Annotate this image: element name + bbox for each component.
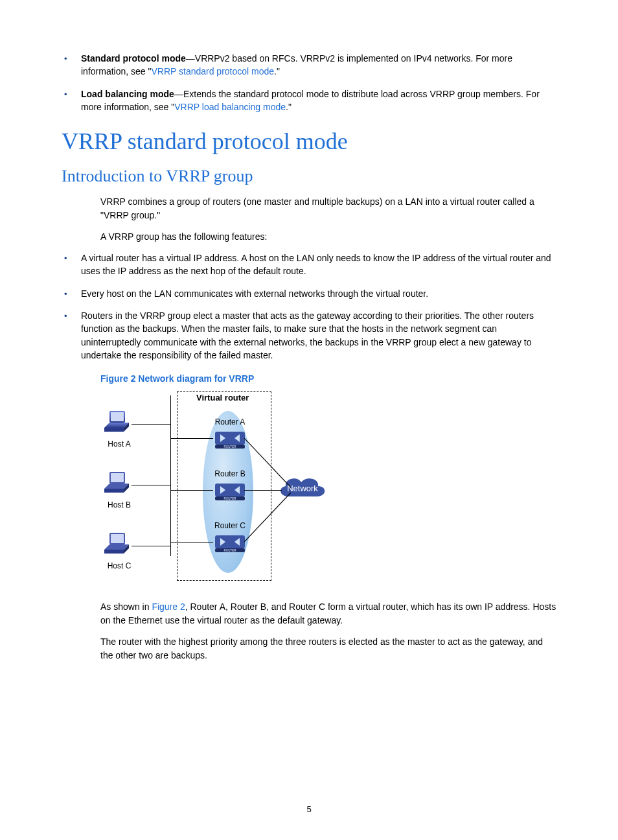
computer-icon <box>104 410 134 436</box>
diagram-line <box>132 485 170 485</box>
diagram-line <box>170 395 171 556</box>
intro-paragraph: VRRP combines a group of routers (one ma… <box>100 195 556 222</box>
router-a: Router A ROUTER <box>212 417 248 452</box>
diagram-line <box>244 490 291 543</box>
top-bullet-list: Standard protocol mode—VRRPv2 based on R… <box>62 52 556 113</box>
link-figure-2[interactable]: Figure 2 <box>152 601 185 612</box>
router-icon: ROUTER <box>214 428 246 450</box>
host-label: Host A <box>103 439 135 449</box>
bullet-text-tail: ." <box>286 102 292 112</box>
svg-rect-2 <box>104 428 124 432</box>
list-item: Load balancing mode—Extends the standard… <box>62 88 556 114</box>
figure-network-diagram: Virtual router Host A Host B <box>100 388 340 589</box>
host-c: Host C <box>103 531 135 570</box>
figure-caption: Figure 2 Network diagram for VRRP <box>100 373 556 384</box>
virtual-router-label: Virtual router <box>196 393 249 402</box>
svg-rect-5 <box>104 489 124 493</box>
host-b: Host B <box>103 471 135 509</box>
svg-line-19 <box>244 493 291 542</box>
computer-icon <box>104 531 134 557</box>
bullet-bold-lead: Load balancing mode <box>81 89 174 99</box>
svg-text:ROUTER: ROUTER <box>224 549 237 552</box>
host-label: Host C <box>103 561 135 570</box>
router-label: Router C <box>212 521 248 530</box>
list-item: Every host on the LAN communicates with … <box>62 287 556 300</box>
diagram-line <box>170 438 213 439</box>
page-number: 5 <box>0 804 618 814</box>
router-icon: ROUTER <box>214 531 246 554</box>
diagram-line <box>170 542 213 542</box>
diagram-line <box>244 438 291 491</box>
svg-rect-7 <box>111 534 124 543</box>
plain-text: As shown in <box>100 601 152 612</box>
router-c: Router C ROUTER <box>212 521 248 556</box>
features-lead: A VRRP group has the following features: <box>100 230 556 244</box>
diagram-line <box>132 424 170 425</box>
host-a: Host A <box>103 410 135 449</box>
router-icon: ROUTER <box>214 480 246 502</box>
after-figure-para-1: As shown in Figure 2, Router A, Router B… <box>100 600 556 627</box>
svg-rect-15 <box>215 535 245 548</box>
svg-rect-12 <box>215 484 245 496</box>
list-item: Routers in the VRRP group elect a master… <box>62 309 556 362</box>
feature-text: A virtual router has a virtual IP addres… <box>81 253 551 276</box>
svg-rect-1 <box>111 412 124 421</box>
diagram-line <box>132 546 170 546</box>
link-load-balancing[interactable]: VRRP load balancing mode <box>174 102 286 112</box>
svg-line-18 <box>244 438 291 487</box>
svg-rect-8 <box>104 550 124 554</box>
link-standard-protocol[interactable]: VRRP standard protocol mode <box>151 66 274 76</box>
heading-intro-group: Introduction to VRRP group <box>62 167 556 186</box>
bullet-text-tail: ." <box>274 66 280 76</box>
feature-text: Routers in the VRRP group elect a master… <box>81 310 534 360</box>
router-b: Router B ROUTER <box>212 469 248 504</box>
svg-rect-9 <box>215 432 245 445</box>
list-item: Standard protocol mode—VRRPv2 based on R… <box>62 52 556 78</box>
features-bullet-list: A virtual router has a virtual IP addres… <box>62 251 556 362</box>
svg-text:ROUTER: ROUTER <box>224 445 237 449</box>
host-label: Host B <box>103 500 135 509</box>
svg-text:ROUTER: ROUTER <box>224 497 237 500</box>
list-item: A virtual router has a virtual IP addres… <box>62 251 556 278</box>
computer-icon <box>104 471 134 496</box>
router-label: Router B <box>212 469 248 478</box>
after-figure-para-2: The router with the highest priority amo… <box>100 635 556 662</box>
router-label: Router A <box>212 417 248 426</box>
feature-text: Every host on the LAN communicates with … <box>81 288 428 299</box>
svg-rect-4 <box>111 473 124 482</box>
diagram-line <box>170 490 213 491</box>
heading-vrrp-standard: VRRP standard protocol mode <box>62 128 556 155</box>
bullet-bold-lead: Standard protocol mode <box>81 53 186 64</box>
